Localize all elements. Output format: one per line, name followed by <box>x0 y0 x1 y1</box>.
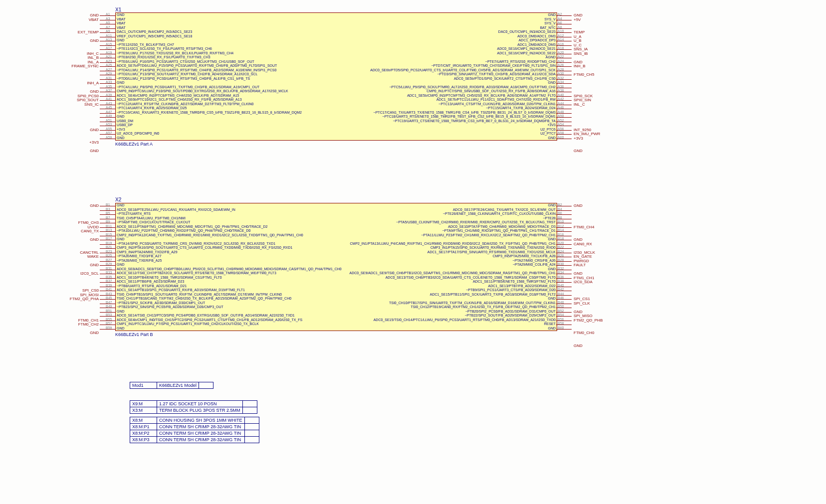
pin-func-left: ~PTA28/MII0_TXER/FB_A25 <box>117 259 162 263</box>
component-part-a: GNDGNDVBATSYS_VVBATSYS_VVBATBAT_NTCDAC1_… <box>115 12 557 141</box>
bom-row: X9:M1.27 IDC SOCKET 10 POSN <box>130 401 257 407</box>
pin-row: CMP3_IN4/PTA24/MII0_TXD2/FB_A29ADC1_SE17… <box>116 250 557 255</box>
net-label: INH_A <box>87 81 99 85</box>
wire <box>100 270 115 270</box>
pin-func-left: USB0_DP <box>117 123 133 128</box>
net-label: FTM2_QD_PHA <box>70 297 99 301</box>
pin-func-left: DAC1_OUT/CMP0_IN4/CMP2_IN3/ADC1_SE23 <box>117 30 192 34</box>
bom-cell: K66BLEZv1 Model <box>157 382 199 389</box>
net-label: +5V <box>574 17 581 22</box>
pin-func-left: CMP0_IN0/PTC6/LLWU_P10/SPI0_SOUT/PDB0_EX… <box>117 89 288 94</box>
pin-func-right: ADC1_SE15/PTB11/SPI1_SCK/UART3_TX/FB_AD1… <box>430 293 556 297</box>
pin-row: ~PTB8/UART3_RTS/FB_AD21/SDRAM_D21ADC1_SE… <box>116 284 557 289</box>
pin-func-right: U2_PTC6 <box>540 128 556 132</box>
wire <box>556 206 572 206</box>
wire <box>100 32 115 33</box>
wire <box>100 329 115 330</box>
pin-func-right: BAT_NTC <box>540 26 556 30</box>
wire <box>556 325 572 325</box>
pin-row: ~PTE12/I2S0_TX_BCLK/FTM3_CH7ADC1_DM0/ADC… <box>116 43 557 47</box>
wire <box>556 236 572 236</box>
pin-func-right: ~PTD7/CMT_IRO/UART0_TX/FTM0_CH7/SDRAM_CK… <box>431 64 556 68</box>
pin-func-left: VBAT <box>117 17 126 22</box>
wire <box>556 265 572 266</box>
bom-cell: X3:M <box>130 407 157 414</box>
wire <box>100 126 115 126</box>
wire <box>100 236 115 236</box>
wire <box>556 24 572 24</box>
wire <box>556 71 572 71</box>
pin-row: TSI0_CH9/PTB16/SPI1_SOUT/UART0_RX/FTM_CL… <box>116 293 557 297</box>
wire <box>556 257 572 257</box>
pin-func-right: CMP3_IN5/PTA25/MII0_TXCLK/FB_A28 <box>493 254 556 259</box>
wire <box>556 291 572 291</box>
net-label: +3V3 <box>574 136 583 141</box>
pin-func-left: ~PTA26/MII0_TXD3/FB_A27 <box>117 254 162 259</box>
pin-func-right: ~PTE28 <box>543 216 556 221</box>
pin-row: VBATBAT_NTC <box>116 26 557 30</box>
pin-func-left: ~PTA14/SPI0_PCS0/UART0_TX/RMII0_CRS_DV/M… <box>117 242 275 246</box>
pin-row: ADC0_SE14/TSI0_CH13/PTC0/SPI0_PCS4/PDB0_… <box>116 314 557 318</box>
pin-func-right: U2_PTC7 <box>540 132 556 136</box>
pin-row: ADC0_SE12/TSI0_CH7/PTB2/I2C0_SCL/UART0_R… <box>116 271 557 276</box>
pin-row: ~PTE8/I2S0_RXD1/I2S0_RX_FS/LPUART0_TX/FT… <box>116 55 557 60</box>
wire <box>100 265 115 266</box>
wire <box>556 321 572 321</box>
pin-row: ADC1_SE4b/CMP0_IN2/PTC8/FTM3_CH4/I2S0_MC… <box>116 94 557 98</box>
pin-row: U2_ADC0_DP0/CMP0_IN0U2_PTC7 <box>116 132 557 136</box>
net-label: SPI_CLK <box>574 301 590 306</box>
pin-row: ~PTB21/SPI2_SCK/FB_AD30/SDRAM_D30/CMP1_O… <box>116 301 557 306</box>
pin-func-right: ~PTB22/SPI2_SOUT/FB_AD29/SDRAM_D29/CMP2_… <box>465 314 556 318</box>
pin-func-right: ~PTC13/UART4_CTS/FTM_CLKIN1/FB_AD26/SDRA… <box>438 102 556 107</box>
pin-func-right: CMP0_IN1/PTC7/SPI0_SIN/USB0_SOF_OUT/I2S0… <box>426 89 556 94</box>
net-label: VBAT <box>89 17 99 22</box>
refdes-x2: X2 <box>115 197 121 202</box>
pin-func-right: ~PTA27/MII0_CRS/FB_A26 <box>513 259 556 263</box>
pin-func-right: ADC0_SE5b/PTD1/SPI0_SCK/UART2_CTS/FTM3_C… <box>454 77 556 81</box>
wire <box>556 261 572 262</box>
pin-func-left: GND <box>117 263 125 267</box>
pin-func-left: ~PTE27/UART4_RTS <box>117 212 151 216</box>
pin-row: ~PTE11/I2C3_SCL/I2S0_TX_FS/LPUART0_RTS/F… <box>116 47 557 51</box>
pin-func-right: ~PTE7/UART3_RTS/I2S0_RXD0/FTM3_CH2 <box>485 60 556 64</box>
pin-row: ADC0_SE7b/PTD6/LLWU_P15/SPI0_PCS3/UART0_… <box>116 64 557 68</box>
pin-row: ADC0_SE8/ADC1_SE8/TSI0_CH0/PTB0/LLWU_P5/… <box>116 267 557 272</box>
pin-row: ~PTD0/LLWU_P12/SPI0_PCS0/UART2_RTS/FTM3_… <box>116 77 557 81</box>
wire <box>100 71 115 71</box>
wire <box>556 214 572 215</box>
wire <box>100 37 115 37</box>
pin-func-right: ADC1_SE17/PTA17/SPI0_SIN/UART0_RTS/RMII0… <box>427 250 556 255</box>
wire <box>100 49 115 50</box>
net-label: FRAME_SYNC <box>71 64 99 68</box>
pin-func-left: ADC0_SE11/PTA8/FTM1_CH0/RMII0_MDC/MII0_M… <box>117 225 268 229</box>
wire <box>100 223 115 223</box>
wire <box>556 329 572 330</box>
pin-row: ~PTA10/LLWU_P22/FTM2_CH0/MII0_RXD2/FTM2_… <box>116 229 557 233</box>
wire <box>556 92 572 92</box>
pin-func-right: +3V3 <box>547 123 556 128</box>
pin-func-right: GND <box>548 237 556 242</box>
wire <box>100 325 115 325</box>
pin-func-right: ~PTC18/UART3_RTS/ENET0_1588_TMR2/FB_TBST… <box>383 115 556 119</box>
net-label: I2C0_SCL <box>80 271 99 276</box>
pin-func-right: ADC1_DM0/ADC0_DM3 <box>517 43 556 47</box>
net-label: GND <box>90 263 99 267</box>
pin-func-right: ~PTA5/USB0_CLKIN/FTM0_CH2/RMII0_RXER/MII… <box>396 220 556 225</box>
net-label: GND <box>90 331 99 335</box>
pin-func-right: ADC0_SE6b/PTD5/SPI0_PCS2/UART0_CTS_b/UAR… <box>370 68 556 73</box>
wire <box>556 244 572 245</box>
net-label: INL_C <box>574 102 585 107</box>
pin-func-right: RESET <box>544 322 556 327</box>
wire <box>100 308 115 308</box>
wire <box>100 219 115 219</box>
wire <box>100 295 115 296</box>
wire <box>100 227 115 228</box>
pin-func-right: GND <box>548 136 556 141</box>
pin-func-left: ADC0_SE18/PTE25/LLWU_P21/CAN1_RX/UART4_R… <box>117 208 235 212</box>
net-label: GND <box>574 203 583 208</box>
bom-table-2: X9:M1.27 IDC SOCKET 10 POSNX3:MTERM BLOC… <box>130 400 257 414</box>
bom-cell: X8:M <box>130 417 157 424</box>
bom-row: X8:M:P1CONN TERM SH CRIMP 28-32AWG TIN <box>130 424 259 430</box>
pin-func-left: TSI0_CH5/PTA4/LLWU_P3/FTM0_CH1/NMI <box>117 216 186 221</box>
net-label: I2C0_SDA <box>574 280 593 284</box>
